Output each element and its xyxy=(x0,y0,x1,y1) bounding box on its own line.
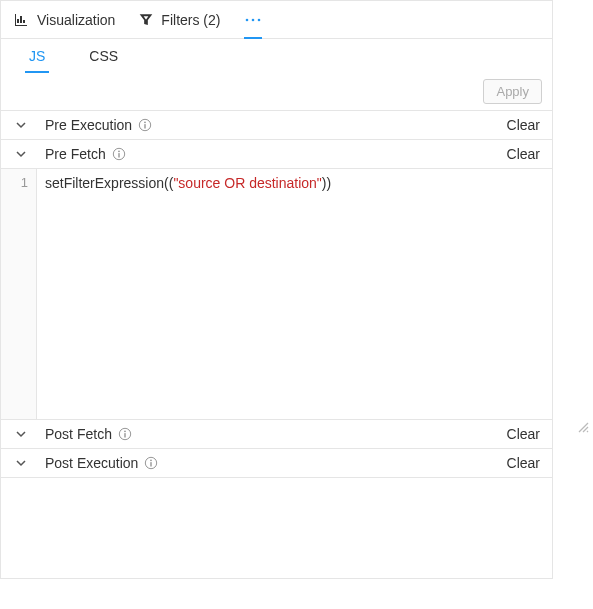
svg-rect-8 xyxy=(118,153,119,157)
apply-row: Apply xyxy=(1,73,552,111)
clear-pre-fetch[interactable]: Clear xyxy=(507,146,540,162)
resize-handle-icon[interactable] xyxy=(536,403,550,417)
svg-point-10 xyxy=(124,431,126,433)
info-icon[interactable] xyxy=(138,118,152,132)
section-header-post-execution[interactable]: Post Execution Clear xyxy=(1,449,552,477)
section-pre-execution: Pre Execution Clear xyxy=(1,111,552,140)
code-string-literal: "source OR destination" xyxy=(173,175,321,191)
tab-overflow[interactable] xyxy=(244,1,262,38)
info-icon[interactable] xyxy=(112,147,126,161)
svg-point-4 xyxy=(144,122,146,124)
tab-filters-label: Filters (2) xyxy=(161,12,220,28)
section-title-pre-execution: Pre Execution xyxy=(45,117,132,133)
section-title-post-fetch: Post Fetch xyxy=(45,426,112,442)
section-header-pre-fetch[interactable]: Pre Fetch Clear xyxy=(1,140,552,168)
section-post-fetch: Post Fetch Clear xyxy=(1,420,552,449)
section-post-execution: Post Execution Clear xyxy=(1,449,552,478)
svg-point-0 xyxy=(246,18,249,21)
clear-post-execution[interactable]: Clear xyxy=(507,455,540,471)
section-title-pre-fetch: Pre Fetch xyxy=(45,146,106,162)
subtab-css-label: CSS xyxy=(89,48,118,64)
clear-post-fetch[interactable]: Clear xyxy=(507,426,540,442)
chevron-down-icon[interactable] xyxy=(15,428,27,440)
subtab-css[interactable]: CSS xyxy=(85,39,122,73)
info-icon[interactable] xyxy=(144,456,158,470)
tab-visualization-label: Visualization xyxy=(37,12,115,28)
section-pre-fetch: Pre Fetch Clear 1 setFilterExpression(("… xyxy=(1,140,552,420)
svg-point-2 xyxy=(258,18,261,21)
code-fn-call: setFilterExpression(( xyxy=(45,175,173,191)
sub-tab-bar: JS CSS xyxy=(1,39,552,73)
code-body[interactable]: setFilterExpression(("source OR destinat… xyxy=(37,169,552,419)
chevron-down-icon[interactable] xyxy=(15,457,27,469)
section-header-pre-execution[interactable]: Pre Execution Clear xyxy=(1,111,552,139)
editor-panel: Visualization Filters (2) JS CSS Apply xyxy=(0,0,553,579)
code-gutter: 1 xyxy=(1,169,37,419)
chevron-down-icon[interactable] xyxy=(15,148,27,160)
dots-icon xyxy=(244,12,262,28)
svg-rect-14 xyxy=(151,462,152,466)
subtab-js-label: JS xyxy=(29,48,45,64)
section-title-post-execution: Post Execution xyxy=(45,455,138,471)
line-number: 1 xyxy=(1,175,28,190)
filter-icon xyxy=(139,13,153,27)
tab-visualization[interactable]: Visualization xyxy=(13,1,115,38)
svg-point-7 xyxy=(118,151,120,153)
svg-rect-11 xyxy=(124,433,125,437)
subtab-js[interactable]: JS xyxy=(25,39,49,73)
code-fn-close: )) xyxy=(322,175,331,191)
code-editor-pre-fetch[interactable]: 1 setFilterExpression(("source OR destin… xyxy=(1,168,552,419)
chart-icon xyxy=(13,12,29,28)
blank-area xyxy=(1,478,552,578)
apply-button[interactable]: Apply xyxy=(483,79,542,104)
svg-point-1 xyxy=(252,18,255,21)
clear-pre-execution[interactable]: Clear xyxy=(507,117,540,133)
section-header-post-fetch[interactable]: Post Fetch Clear xyxy=(1,420,552,448)
chevron-down-icon[interactable] xyxy=(15,119,27,131)
svg-rect-5 xyxy=(145,124,146,128)
svg-point-13 xyxy=(151,460,153,462)
info-icon[interactable] xyxy=(118,427,132,441)
main-tab-bar: Visualization Filters (2) xyxy=(1,1,552,39)
tab-filters[interactable]: Filters (2) xyxy=(139,1,220,38)
